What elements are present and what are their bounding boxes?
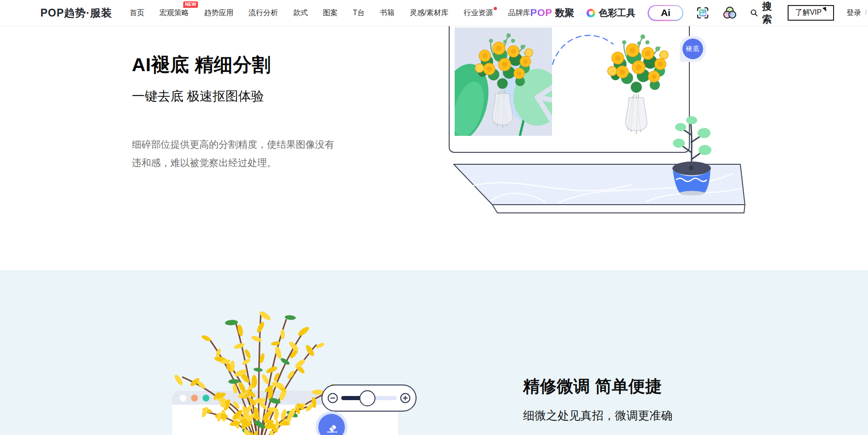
nav-item-brand-library[interactable]: 品牌库 [508,8,530,18]
dashed-arrow-arc [549,24,618,67]
pop-data-label: 数聚 [555,6,574,19]
pop-data-brand: POP [530,7,552,19]
nav-item-label: 宏观策略 [159,9,189,17]
vip-button[interactable]: 了解VIP [788,5,834,21]
hero-text-block: AI褪底 精细分割 一键去底 极速抠图体验 细碎部位提供更高的分割精度，使结果图… [132,52,352,172]
image-scan-button[interactable] [696,6,710,20]
slider-track[interactable] [341,396,397,400]
hero-title: AI褪底 精细分割 [132,52,352,78]
nav-item-fashion-analysis[interactable]: 流行分析 [248,8,278,18]
refine-section: 精修微调 简单便捷 细微之处见真招，微调更准确 [0,270,868,435]
nav-menu: 首页 宏观策略 NEW 趋势应用 流行分析 款式 图案 T台 书籍 灵感/素材库… [130,8,530,18]
auth-links: 登录 / 注册 [846,8,868,18]
notification-dot [494,7,497,10]
image-scan-icon [696,6,710,20]
hero-description: 细碎部位提供更高的分割精度，使结果图像没有 违和感，难以被觉察出经过处理。 [132,135,352,172]
nav-item-pop-data[interactable]: POP 数聚 [530,6,574,19]
nav-item-color-tool[interactable]: 色彩工具 [586,7,635,19]
new-badge: NEW [183,1,198,8]
nav-right-cluster: POP 数聚 色彩工具 Ai [530,0,868,26]
ai-button-label: Ai [649,6,682,20]
nav-item-styles[interactable]: 款式 [293,8,308,18]
nav-item-macro-strategy[interactable]: 宏观策略 NEW [159,8,189,18]
nav-item-trend-apply[interactable]: 趋势应用 [204,8,233,18]
search-label: 搜索 [762,0,775,26]
search-icon [750,7,758,19]
refine-subtitle: 细微之处见真招，微调更准确 [523,408,672,423]
color-tool-icon [586,9,595,17]
before-image-panel [455,28,552,136]
slider-minus-button[interactable] [327,393,338,403]
nav-item-home[interactable]: 首页 [130,8,144,18]
eraser-icon [325,420,338,434]
brand-logo[interactable]: POP趋势·服装 [40,6,112,20]
hero-section: AI褪底 精细分割 一键去底 极速抠图体验 细碎部位提供更高的分割精度，使结果图… [0,26,868,270]
bouquet-branches [183,313,344,435]
top-nav-bar: POP趋势·服装 首页 宏观策略 NEW 趋势应用 流行分析 款式 图案 T台 … [0,0,868,26]
nav-item-runway[interactable]: T台 [353,8,365,18]
hero-subtitle: 一键去底 极速抠图体验 [132,88,352,105]
refine-title: 精修微调 简单便捷 [523,375,672,398]
login-link[interactable]: 登录 [846,8,861,18]
hero-description-line2: 违和感，难以被觉察出经过处理。 [132,157,276,168]
color-circles-icon [722,6,738,20]
slider-plus-button[interactable] [400,393,411,403]
nav-item-label: 行业资源 [463,9,493,17]
ai-button[interactable]: Ai [648,5,683,21]
page: POP趋势·服装 首页 宏观策略 NEW 趋势应用 流行分析 款式 图案 T台 … [0,0,868,435]
nav-item-patterns[interactable]: 图案 [323,8,338,18]
fade-bubble: 褪底 [680,36,706,62]
color-tool-label: 色彩工具 [598,7,635,19]
brush-size-slider [321,385,417,412]
slider-thumb[interactable] [359,390,375,406]
hero-description-line1: 细碎部位提供更高的分割精度，使结果图像没有 [132,139,334,150]
auth-divider: / [865,9,867,17]
fade-badge-label: 褪底 [682,39,703,59]
potted-plant-illustration [665,115,720,197]
nav-item-books[interactable]: 书籍 [380,8,395,18]
nav-item-inspiration-library[interactable]: 灵感/素材库 [410,8,448,18]
search-button[interactable]: 搜索 [750,0,775,26]
refine-text-block: 精修微调 简单便捷 细微之处见真招，微调更准确 [523,375,672,423]
cursor-arrow-icon [823,7,828,12]
color-circles-button[interactable] [722,6,738,20]
vip-button-label: 了解VIP [795,8,822,17]
nav-item-industry-resources[interactable]: 行业资源 [463,8,493,18]
